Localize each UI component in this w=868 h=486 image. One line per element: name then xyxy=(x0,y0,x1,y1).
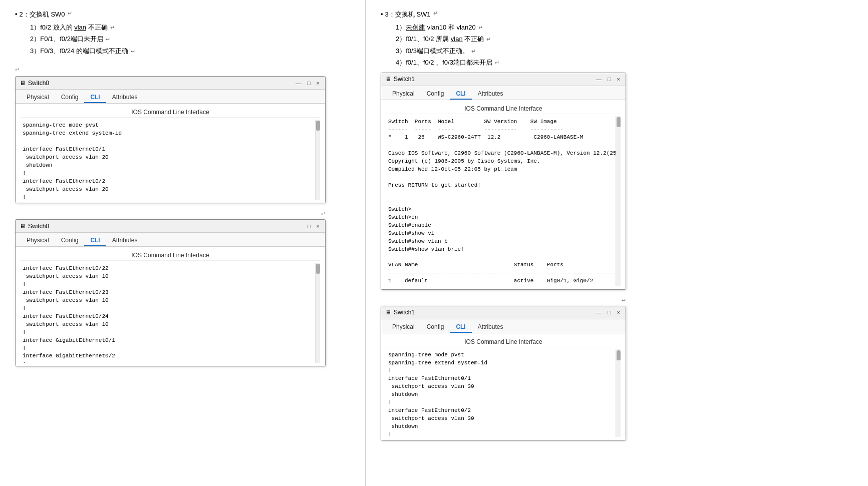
section3-name: 交换机 SW1 xyxy=(395,10,431,19)
tab-config-4[interactable]: Config xyxy=(421,322,450,333)
window3-title-text: Switch1 xyxy=(394,76,415,83)
window1-controls[interactable]: — □ × xyxy=(294,80,321,86)
window3-controls[interactable]: — □ × xyxy=(595,76,622,82)
switch-icon-1: 🖥 xyxy=(20,80,26,87)
maximize-btn-3[interactable]: □ xyxy=(606,76,613,82)
bullet-right: • xyxy=(381,10,383,18)
window3-titlebar: 🖥 Switch1 — □ × xyxy=(381,73,626,86)
minimize-btn-1[interactable]: — xyxy=(294,80,303,86)
tab-physical-1[interactable]: Physical xyxy=(21,92,55,103)
window4-controls[interactable]: — □ × xyxy=(595,309,622,315)
left-panel: • 2： 交换机 SW0 ↵ 1）f0/2 放入的 vlan 不正确↵ 2）F0… xyxy=(0,0,366,486)
terminal-4[interactable]: spanning-tree mode pvst spanning-tree ex… xyxy=(386,349,621,437)
close-btn-4[interactable]: × xyxy=(616,309,622,315)
tab-physical-2[interactable]: Physical xyxy=(21,235,55,246)
section2-number: 2： xyxy=(20,10,30,19)
close-btn-2[interactable]: × xyxy=(315,223,321,229)
issue-left-2: 2）F0/1、f0/2端口未开启↵ xyxy=(30,33,350,45)
minimize-btn-4[interactable]: — xyxy=(595,309,603,315)
window3-title-left: 🖥 Switch1 xyxy=(385,76,415,83)
issue-right-1: 1）未创建 vlan10 和 vlan20↵ xyxy=(396,22,853,33)
close-btn-3[interactable]: × xyxy=(616,76,622,82)
maximize-btn-4[interactable]: □ xyxy=(606,309,613,315)
close-btn-1[interactable]: × xyxy=(315,80,321,86)
issue-right-2: 2）f0/1、f0/2 所属 vlan 不正确↵ xyxy=(396,33,853,45)
window2-titlebar: 🖥 Switch0 — □ × xyxy=(16,220,325,233)
tab-attributes-2[interactable]: Attributes xyxy=(106,235,144,246)
switch1-window2: 🖥 Switch1 — □ × Physical Config CLI Attr… xyxy=(381,306,626,440)
issues-list-right: 1）未创建 vlan10 和 vlan20↵ 2）f0/1、f0/2 所属 vl… xyxy=(396,22,853,69)
window3-tabs: Physical Config CLI Attributes xyxy=(381,86,626,100)
window4-titlebar: 🖥 Switch1 — □ × xyxy=(381,306,626,319)
terminal-3[interactable]: Switch Ports Model SW Version SW Image -… xyxy=(386,116,621,286)
window3-content: IOS Command Line Interface Switch Ports … xyxy=(381,100,626,289)
section3-title: • 3： 交换机 SW1 ↵ xyxy=(381,10,853,19)
maximize-btn-1[interactable]: □ xyxy=(306,80,312,86)
window2-title-left: 🖥 Switch0 xyxy=(20,223,49,230)
section2-name: 交换机 SW0 xyxy=(30,10,65,19)
tab-attributes-1[interactable]: Attributes xyxy=(106,92,144,103)
bullet-left: • xyxy=(15,10,18,18)
ios-label-3: IOS Command Line Interface xyxy=(386,103,621,114)
window1-tabs: Physical Config CLI Attributes xyxy=(16,90,325,104)
minimize-btn-3[interactable]: — xyxy=(595,76,603,82)
switch-icon-4: 🖥 xyxy=(385,309,391,316)
maximize-btn-2[interactable]: □ xyxy=(306,223,312,229)
switch-icon-3: 🖥 xyxy=(385,76,391,83)
window4-title-left: 🖥 Switch1 xyxy=(385,309,415,316)
tab-cli-1[interactable]: CLI xyxy=(84,92,106,103)
minimize-btn-2[interactable]: — xyxy=(294,223,303,229)
tab-config-2[interactable]: Config xyxy=(55,235,85,246)
issues-list-left: 1）f0/2 放入的 vlan 不正确↵ 2）F0/1、f0/2端口未开启↵ 3… xyxy=(30,22,350,57)
tab-config-1[interactable]: Config xyxy=(55,92,85,103)
terminal-1[interactable]: spanning-tree mode pvst spanning-tree ex… xyxy=(21,120,320,200)
tab-cli-4[interactable]: CLI xyxy=(450,322,471,333)
section3-number: 3： xyxy=(385,10,395,19)
window2-content: IOS Command Line Interface interface Fas… xyxy=(16,247,325,366)
return-mark-2: ↵ xyxy=(433,10,438,17)
tab-cli-2[interactable]: CLI xyxy=(84,235,106,246)
switch0-window1: 🖥 Switch0 — □ × Physical Config CLI Attr… xyxy=(15,76,326,203)
window4-content: IOS Command Line Interface spanning-tree… xyxy=(381,333,626,440)
return-mark-1: ↵ xyxy=(68,10,72,17)
tab-attributes-4[interactable]: Attributes xyxy=(472,322,509,333)
issue-right-3: 3）f0/3端口模式不正确。↵ xyxy=(396,45,853,57)
window2-tabs: Physical Config CLI Attributes xyxy=(16,233,325,247)
switch0-window2: 🖥 Switch0 — □ × Physical Config CLI Attr… xyxy=(15,219,326,366)
tab-attributes-3[interactable]: Attributes xyxy=(472,89,509,100)
window2-controls[interactable]: — □ × xyxy=(294,223,321,229)
issue-right-4: 4）f0/1、f0/2 、f0/3端口都未开启↵ xyxy=(396,57,853,68)
section2-title: • 2： 交换机 SW0 ↵ xyxy=(15,10,350,19)
issue-left-3: 3）F0/3、f0/24 的端口模式不正确↵ xyxy=(30,45,350,57)
switch-icon-2: 🖥 xyxy=(20,223,26,230)
ios-label-2: IOS Command Line Interface xyxy=(21,250,320,261)
tab-config-3[interactable]: Config xyxy=(421,89,450,100)
issue-left-1: 1）f0/2 放入的 vlan 不正确↵ xyxy=(30,22,350,33)
window4-title-text: Switch1 xyxy=(394,309,415,316)
window1-titlebar: 🖥 Switch0 — □ × xyxy=(16,77,325,90)
window4-tabs: Physical Config CLI Attributes xyxy=(381,319,626,333)
tab-cli-3[interactable]: CLI xyxy=(450,89,471,100)
window2-title-text: Switch0 xyxy=(28,223,49,230)
right-panel: • 3： 交换机 SW1 ↵ 1）未创建 vlan10 和 vlan20↵ 2）… xyxy=(366,0,868,486)
ios-label-1: IOS Command Line Interface xyxy=(21,107,320,118)
window1-title-text: Switch0 xyxy=(28,80,49,87)
terminal-2[interactable]: interface FastEthernet0/22 switchport ac… xyxy=(21,263,320,363)
ios-label-4: IOS Command Line Interface xyxy=(386,336,621,347)
window1-content: IOS Command Line Interface spanning-tree… xyxy=(16,104,325,203)
window1-title-left: 🖥 Switch0 xyxy=(20,80,49,87)
tab-physical-3[interactable]: Physical xyxy=(386,89,421,100)
tab-physical-4[interactable]: Physical xyxy=(386,322,421,333)
switch1-window1: 🖥 Switch1 — □ × Physical Config CLI Attr… xyxy=(381,73,626,290)
